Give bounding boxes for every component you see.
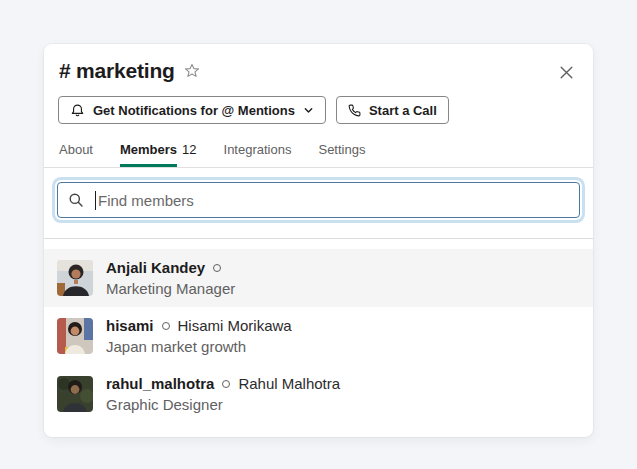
member-avatar[interactable] — [57, 376, 93, 412]
bell-icon — [70, 103, 85, 118]
member-row[interactable]: Anjali Kandey Marketing Manager — [44, 249, 593, 307]
member-avatar[interactable] — [57, 318, 93, 354]
member-full-name: Rahul Malhotra — [238, 375, 340, 393]
section-divider — [44, 238, 593, 239]
search-box[interactable] — [57, 182, 580, 218]
notifications-button[interactable]: Get Notifications for @ Mentions — [58, 96, 326, 124]
avatar-photo-hisami — [57, 318, 93, 354]
chevron-down-icon — [303, 105, 314, 116]
tab-members-count: 12 — [182, 142, 196, 157]
member-row[interactable]: rahul_malhotra Rahul Malhotra Graphic De… — [44, 365, 593, 423]
tab-bar: About Members12 Integrations Settings — [44, 124, 593, 168]
tab-integrations-label: Integrations — [224, 142, 292, 157]
tab-settings-label: Settings — [318, 142, 365, 157]
member-subtitle: Marketing Manager — [106, 280, 235, 298]
member-list: Anjali Kandey Marketing Manager — [44, 249, 593, 423]
modal-header: # marketing — [44, 44, 593, 84]
presence-indicator-offline — [213, 264, 221, 272]
member-display-name: rahul_malhotra — [106, 375, 214, 393]
member-subtitle: Japan market growth — [106, 338, 292, 356]
star-icon — [184, 63, 200, 79]
action-buttons-row: Get Notifications for @ Mentions Start a… — [44, 84, 593, 124]
search-icon — [68, 192, 84, 208]
text-caret — [95, 191, 96, 210]
member-display-name: Anjali Kandey — [106, 259, 205, 277]
close-icon — [558, 64, 575, 81]
star-channel-button[interactable] — [184, 63, 200, 79]
member-row[interactable]: hisami Hisami Morikawa Japan market grow… — [44, 307, 593, 365]
tab-integrations[interactable]: Integrations — [224, 138, 292, 167]
avatar-photo-anjali — [57, 260, 93, 296]
channel-details-modal: # marketing Get Notifications for @ Ment… — [44, 44, 593, 437]
start-call-button[interactable]: Start a Call — [336, 96, 449, 124]
close-button[interactable] — [556, 62, 577, 83]
phone-icon — [348, 104, 361, 117]
member-display-name: hisami — [106, 317, 154, 335]
tab-members-label: Members — [120, 142, 177, 167]
tab-about[interactable]: About — [59, 138, 93, 167]
tab-settings[interactable]: Settings — [318, 138, 365, 167]
avatar-photo-rahul — [57, 376, 93, 412]
member-full-name: Hisami Morikawa — [178, 317, 292, 335]
start-call-button-label: Start a Call — [369, 103, 437, 118]
channel-title: # marketing — [59, 58, 175, 84]
member-avatar[interactable] — [57, 260, 93, 296]
find-members-input[interactable] — [98, 192, 569, 209]
tab-members[interactable]: Members12 — [120, 138, 197, 167]
search-section — [44, 168, 593, 238]
tab-about-label: About — [59, 142, 93, 157]
presence-indicator-offline — [162, 322, 170, 330]
notifications-button-label: Get Notifications for @ Mentions — [93, 103, 295, 118]
member-subtitle: Graphic Designer — [106, 396, 340, 414]
presence-indicator-offline — [222, 380, 230, 388]
